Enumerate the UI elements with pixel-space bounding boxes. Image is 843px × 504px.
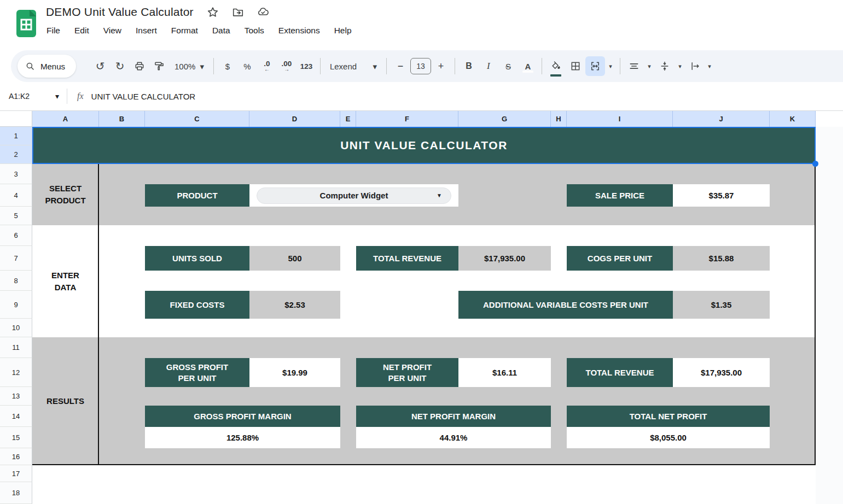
col-header-C[interactable]: C — [145, 111, 249, 127]
decrease-font-size-button[interactable]: − — [391, 56, 410, 76]
row-header-3[interactable]: 3 — [0, 164, 32, 184]
row-header-1[interactable]: 1 — [0, 127, 32, 145]
paint-format-button[interactable] — [149, 56, 169, 76]
units-sold-label-cell[interactable]: UNITS SOLD — [145, 246, 249, 271]
row-header-13[interactable]: 13 — [0, 387, 32, 406]
name-box[interactable]: A1:K2 ▾ — [0, 92, 65, 101]
toolbar-search-menus[interactable]: Menus — [18, 55, 76, 78]
net-profit-per-unit-value-cell[interactable]: $16.11 — [458, 358, 551, 387]
menu-edit[interactable]: Edit — [67, 23, 96, 38]
italic-button[interactable]: I — [479, 56, 498, 76]
net-profit-margin-value-cell[interactable]: 44.91% — [356, 427, 551, 448]
row-header-17[interactable]: 17 — [0, 465, 32, 482]
row-header-15[interactable]: 15 — [0, 427, 32, 448]
font-selector[interactable]: Lexend ▾ — [324, 56, 382, 76]
row-header-14[interactable]: 14 — [0, 406, 32, 427]
row-header-4[interactable]: 4 — [0, 184, 32, 207]
col-header-G[interactable]: G — [458, 111, 551, 127]
text-color-button[interactable]: A — [518, 56, 538, 76]
zoom-control[interactable]: 100% ▾ — [169, 56, 210, 76]
net-profit-margin-label-cell[interactable]: NET PROFIT MARGIN — [356, 406, 551, 427]
gross-profit-margin-label-cell[interactable]: GROSS PROFIT MARGIN — [145, 406, 340, 427]
units-sold-value-cell[interactable]: 500 — [249, 246, 340, 271]
increase-font-size-button[interactable]: + — [431, 56, 451, 76]
cogs-label-cell[interactable]: COGS PER UNIT — [567, 246, 673, 271]
total-net-profit-label-cell[interactable]: TOTAL NET PROFIT — [567, 406, 770, 427]
total-revenue-label-cell[interactable]: TOTAL REVENUE — [356, 246, 458, 271]
move-folder-icon[interactable] — [232, 6, 244, 18]
borders-button[interactable] — [566, 56, 585, 76]
section-label-enter-data[interactable]: ENTER DATA — [32, 225, 98, 337]
select-all-corner[interactable] — [0, 111, 32, 127]
total-net-profit-value-cell[interactable]: $8,055.00 — [567, 427, 770, 448]
section-label-results[interactable]: RESULTS — [32, 337, 98, 465]
col-header-F[interactable]: F — [356, 111, 458, 127]
menu-extensions[interactable]: Extensions — [271, 23, 327, 38]
menu-file[interactable]: File — [39, 23, 67, 38]
sheets-logo-icon[interactable] — [14, 9, 38, 40]
vertical-align-button[interactable] — [655, 56, 675, 76]
gross-profit-per-unit-label-cell[interactable]: GROSS PROFIT PER UNIT — [145, 358, 249, 387]
row-header-5[interactable]: 5 — [0, 207, 32, 225]
strikethrough-button[interactable]: S — [498, 56, 518, 76]
menu-tools[interactable]: Tools — [237, 23, 271, 38]
product-label-cell[interactable]: PRODUCT — [145, 184, 249, 207]
col-header-K[interactable]: K — [770, 111, 816, 127]
print-button[interactable] — [130, 56, 149, 76]
menu-insert[interactable]: Insert — [129, 23, 164, 38]
gross-profit-per-unit-value-cell[interactable]: $19.99 — [249, 358, 340, 387]
row-header-8[interactable]: 8 — [0, 271, 32, 291]
menu-format[interactable]: Format — [164, 23, 205, 38]
results-total-revenue-label-cell[interactable]: TOTAL REVENUE — [567, 358, 673, 387]
col-header-I[interactable]: I — [567, 111, 673, 127]
row-header-12[interactable]: 12 — [0, 358, 32, 387]
row-header-7[interactable]: 7 — [0, 246, 32, 271]
decrease-decimal-button[interactable]: .0← — [257, 56, 277, 76]
horizontal-align-button[interactable] — [624, 56, 644, 76]
additional-variable-costs-value-cell[interactable]: $1.35 — [673, 291, 770, 319]
document-title[interactable]: DEMO Unit Value Calculator — [46, 5, 194, 19]
increase-decimal-button[interactable]: .00→ — [277, 56, 296, 76]
sale-price-value-cell[interactable]: $35.87 — [673, 184, 770, 207]
more-formats-button[interactable]: 123 — [296, 56, 316, 76]
col-header-J[interactable]: J — [673, 111, 770, 127]
cogs-value-cell[interactable]: $15.88 — [673, 246, 770, 271]
row-header-2[interactable]: 2 — [0, 145, 32, 164]
col-header-H[interactable]: H — [551, 111, 567, 127]
total-revenue-value-cell[interactable]: $17,935.00 — [458, 246, 551, 271]
gross-profit-margin-value-cell[interactable]: 125.88% — [145, 427, 340, 448]
product-dropdown-cell[interactable]: Computer Widget ▼ — [249, 184, 458, 207]
row-header-11[interactable]: 11 — [0, 337, 32, 358]
product-dropdown[interactable]: Computer Widget ▼ — [257, 187, 451, 204]
cloud-saved-icon[interactable] — [257, 6, 269, 18]
row-header-10[interactable]: 10 — [0, 319, 32, 337]
additional-variable-costs-label-cell[interactable]: ADDITIONAL VARIABLE COSTS PER UNIT — [458, 291, 673, 319]
format-currency-button[interactable]: $ — [218, 56, 237, 76]
fixed-costs-value-cell[interactable]: $2.53 — [249, 291, 340, 319]
row-header-9[interactable]: 9 — [0, 291, 32, 319]
col-header-B[interactable]: B — [99, 111, 145, 127]
undo-button[interactable]: ↺ — [90, 56, 110, 76]
format-percent-button[interactable]: % — [237, 56, 257, 76]
row-header-16[interactable]: 16 — [0, 448, 32, 465]
vertical-align-dropdown[interactable]: ▾ — [675, 56, 685, 76]
sale-price-label-cell[interactable]: SALE PRICE — [567, 184, 673, 207]
section-label-select-product[interactable]: SELECT PRODUCT — [32, 164, 98, 225]
col-header-D[interactable]: D — [249, 111, 340, 127]
formula-input[interactable]: UNIT VALUE CALCULATOR — [91, 92, 196, 101]
redo-button[interactable]: ↻ — [110, 56, 130, 76]
net-profit-per-unit-label-cell[interactable]: NET PROFIT PER UNIT — [356, 358, 458, 387]
horizontal-align-dropdown[interactable]: ▾ — [644, 56, 655, 76]
font-size-input[interactable]: 13 — [410, 58, 431, 74]
row-header-18[interactable]: 18 — [0, 482, 32, 504]
col-header-E[interactable]: E — [340, 111, 356, 127]
menu-help[interactable]: Help — [327, 23, 359, 38]
merge-cells-button[interactable] — [585, 56, 605, 76]
results-total-revenue-value-cell[interactable]: $17,935.00 — [673, 358, 770, 387]
star-icon[interactable] — [207, 6, 219, 18]
text-wrap-dropdown[interactable]: ▾ — [705, 56, 714, 76]
menu-data[interactable]: Data — [205, 23, 237, 38]
row-header-6[interactable]: 6 — [0, 225, 32, 246]
selection-handle[interactable] — [812, 161, 818, 167]
text-wrap-button[interactable] — [685, 56, 705, 76]
